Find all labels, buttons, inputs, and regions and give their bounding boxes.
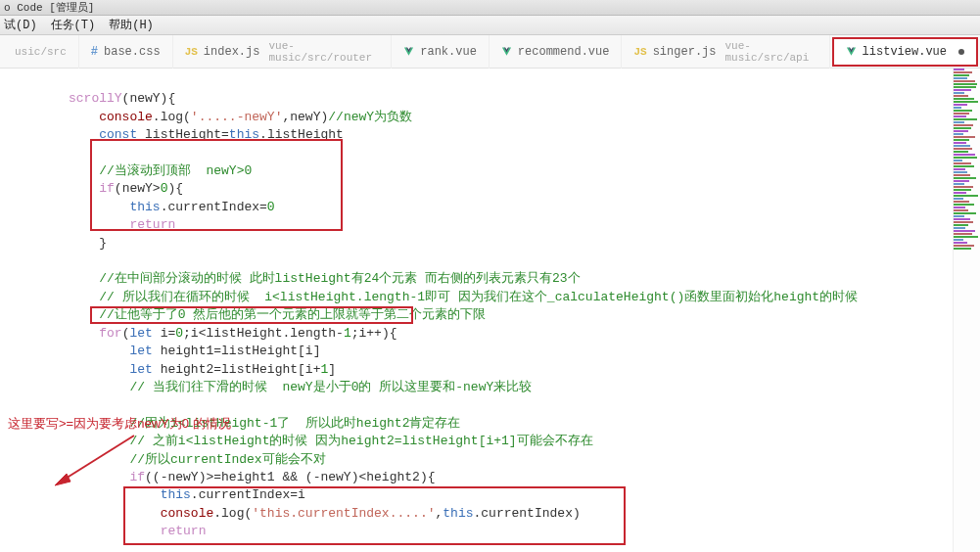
vue-icon — [403, 46, 414, 57]
js-icon: JS — [185, 46, 198, 58]
tab-rankvue[interactable]: rank.vue — [392, 35, 490, 69]
js-icon: JS — [633, 46, 646, 58]
code-editor[interactable]: scrollY(newY){ console.log('.....-newY',… — [0, 69, 953, 552]
dirty-indicator-icon — [958, 49, 964, 55]
svg-line-0 — [61, 436, 134, 482]
menu-shi[interactable]: 试(D) — [4, 17, 37, 33]
vue-icon — [501, 46, 512, 57]
tab-basecss[interactable]: #base.css — [79, 35, 173, 69]
annotation-arrow-icon — [51, 431, 139, 491]
tab-listviewvue[interactable]: listview.vue — [832, 37, 978, 67]
minimap[interactable] — [953, 69, 980, 552]
window-titlebar: o Code [管理员] — [0, 0, 980, 16]
menu-renwu[interactable]: 任务(T) — [51, 17, 96, 33]
vue-icon — [846, 46, 857, 57]
menubar: 试(D) 任务(T) 帮助(H) — [0, 16, 980, 35]
tab-recommendvue[interactable]: recommend.vue — [490, 35, 623, 69]
menu-bangzhu[interactable]: 帮助(H) — [109, 17, 154, 33]
tab-bar: usic/src #base.css JSindex.jsvue-music/s… — [0, 35, 980, 69]
code-token: scrollY — [69, 91, 122, 106]
tab-singerjs[interactable]: JSsinger.jsvue-music/src/api — [622, 35, 829, 69]
svg-marker-1 — [55, 474, 70, 485]
hash-icon: # — [91, 45, 98, 59]
tab-usicsrc[interactable]: usic/src — [0, 35, 79, 69]
tab-indexjs[interactable]: JSindex.jsvue-music/src/router — [173, 35, 393, 69]
